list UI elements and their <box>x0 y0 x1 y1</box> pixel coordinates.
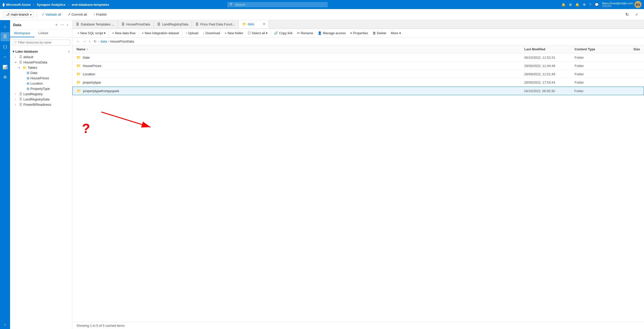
new-integration-icon: + <box>142 31 144 35</box>
sidebar-integrate[interactable]: ↔ <box>1 52 10 61</box>
new-data-flow-button[interactable]: + New data flow <box>110 30 137 36</box>
upload-button[interactable]: ↑ Upload <box>183 30 200 36</box>
validate-all-button[interactable]: ✓ Validate all <box>39 12 64 17</box>
tree-node-landregistrydata[interactable]: › 🗄 LandRegistryData <box>10 97 72 102</box>
file-toolbar: + New SQL script ▾ + New data flow + New… <box>72 29 644 38</box>
node-label-housepricedata: HousePriceData <box>23 60 47 64</box>
commit-all-button[interactable]: ↗ Commit all <box>65 12 89 17</box>
file-type-propertytypefrompyspark: Folder <box>574 89 615 93</box>
tree-node-date[interactable]: › ⊞ Date <box>10 70 72 76</box>
file-row-date[interactable]: 📁 Date 06/10/2022, 11:52:31 Folder <box>72 53 644 62</box>
help-icon[interactable]: ? <box>589 3 591 7</box>
tab-landregistrydata-label: LandRegistryData <box>162 22 188 26</box>
user-profile[interactable]: Barry.Smart@endjin.com ENDJIN BS <box>602 1 641 8</box>
file-row-location[interactable]: 📁 Location 28/09/2022, 11:51:49 Folder <box>72 70 644 78</box>
tree-node-propertytype[interactable]: › ⊞ PropertyType <box>10 86 72 91</box>
settings-icon[interactable]: ⚙ <box>583 3 586 7</box>
sidebar-data[interactable]: 🗄 <box>1 32 10 41</box>
publish-button[interactable]: ↑ Publish <box>91 12 109 17</box>
tree-node-powerbireadiness[interactable]: › 🗄 PowerBIReadiness <box>10 102 72 107</box>
app-name: Synapse Analytics <box>37 3 65 7</box>
content-tabs: 🗄 Database Templates ... 🗄 HousePriceDat… <box>72 20 644 29</box>
collapse-button[interactable]: ⤢ <box>633 12 640 17</box>
refresh-path-button[interactable]: ↻ <box>93 39 98 44</box>
file-row-houseprices[interactable]: 📁 HousePrices 28/09/2022, 11:44:48 Folde… <box>72 62 644 70</box>
tree-node-houseprices[interactable]: › ⊞ HousePrices <box>10 76 72 81</box>
col-header-name[interactable]: Name ↑ <box>76 47 524 51</box>
notification-icon[interactable]: 🔔 <box>561 3 566 7</box>
copy-link-button[interactable]: 🔗 Copy link <box>272 30 294 36</box>
file-list-header: Name ↑ Last Modified Content Type Size <box>72 45 644 53</box>
file-row-propertytype[interactable]: 📁 propertytype 28/09/2022, 17:54:44 Fold… <box>72 78 644 87</box>
chevron-housepricedata: ▾ <box>15 61 19 64</box>
tab-data[interactable]: 📁 data ✕ <box>239 20 269 28</box>
feedback-icon[interactable]: 💬 <box>595 3 599 7</box>
manage-access-button[interactable]: 👤 Manage access <box>316 30 348 36</box>
col-header-modified[interactable]: Last Modified <box>524 47 575 51</box>
download-button[interactable]: ↓ Download <box>201 30 222 36</box>
tree-node-location[interactable]: › ⊞ Location <box>10 81 72 86</box>
left-panel-header: Data + ⋯ ‹ <box>10 20 72 29</box>
new-folder-button[interactable]: + New folder <box>223 30 245 36</box>
tab-data-close[interactable]: ✕ <box>263 22 265 26</box>
tab-pricepaid[interactable]: 🗄 Price Paid Data Funct... <box>192 20 238 28</box>
sidebar-expand[interactable]: › <box>1 320 10 329</box>
user-avatar[interactable]: BS <box>634 1 641 8</box>
sidebar-home[interactable]: ⌂ <box>1 22 10 31</box>
select-all-icon: ☐ <box>248 31 251 35</box>
refresh-button[interactable]: ↻ <box>623 11 631 18</box>
folder-icon-date: 📁 <box>76 55 81 59</box>
alert-icon[interactable]: 🔔 <box>575 3 579 7</box>
delete-button[interactable]: 🗑 Delete <box>371 30 388 36</box>
app-switcher-icon[interactable]: ⊞ <box>569 3 572 7</box>
search-input[interactable] <box>235 3 325 7</box>
global-search[interactable]: 🔍 <box>227 2 328 7</box>
branch-label: main branch <box>11 13 29 16</box>
copy-link-icon: 🔗 <box>274 31 278 35</box>
file-name-location: Location <box>83 72 524 76</box>
tab-landregistrydata[interactable]: 🗄 LandRegistryData <box>154 20 192 28</box>
sep2: › <box>68 3 69 7</box>
tab-housepricedata[interactable]: 🗄 HousePriceData <box>118 20 154 28</box>
manage-access-label: Manage access <box>323 31 346 35</box>
copy-link-label: Copy link <box>279 31 292 35</box>
new-sql-button[interactable]: + New SQL script ▾ <box>75 30 108 36</box>
panel-tabs: Workspace Linked <box>10 29 72 38</box>
select-all-button[interactable]: ☐ Select all ▾ <box>246 30 270 36</box>
new-data-flow-label: New data flow <box>115 31 136 35</box>
path-sep-2: › <box>108 40 109 43</box>
new-integration-button[interactable]: + New integration dataset <box>140 30 181 36</box>
tree-node-default[interactable]: › 🗄 default <box>10 54 72 60</box>
tab-workspace[interactable]: Workspace <box>10 29 34 37</box>
sidebar-manage[interactable]: ⚙ <box>1 72 10 82</box>
properties-button[interactable]: ≡ Properties <box>348 30 370 36</box>
file-row-propertytypefrompyspark[interactable]: 📁 propertytypefrompyspark 18/10/2022, 09… <box>72 87 644 95</box>
tab-db-templates[interactable]: 🗄 Database Templates ... <box>72 20 118 28</box>
filter-input[interactable] <box>18 41 68 44</box>
tree-node-tables[interactable]: ▾ 📁 Tables <box>10 65 72 70</box>
panel-collapse-button[interactable]: ‹ <box>66 22 69 27</box>
path-root[interactable]: data <box>101 40 107 43</box>
tree-node-landregistry[interactable]: › 🗄 LandRegistry <box>10 91 72 97</box>
back-button[interactable]: ← <box>75 39 81 44</box>
tab-linked[interactable]: Linked <box>34 29 52 37</box>
more-button[interactable]: More ▾ <box>389 30 403 36</box>
select-all-label: Select all <box>252 31 265 35</box>
panel-filter-button[interactable]: ⋯ <box>59 22 65 27</box>
tree-section-header[interactable]: ▾ Lake database 5 <box>10 49 72 54</box>
add-resource-button[interactable]: + <box>54 22 58 27</box>
branch-button[interactable]: ⎇ main branch <box>4 12 34 17</box>
icon-sidebar: ⌂ 🗄 { } ↔ 📊 ⚙ › <box>0 20 10 329</box>
file-type-date: Folder <box>575 56 615 59</box>
forward-button[interactable]: → <box>82 39 87 44</box>
rename-button[interactable]: ✏ Rename <box>295 30 315 36</box>
up-button[interactable]: ↑ <box>88 39 92 44</box>
sidebar-monitor[interactable]: 📊 <box>1 62 10 71</box>
new-integration-label: New integration dataset <box>145 31 179 35</box>
branch-dropdown-icon <box>30 13 32 16</box>
sidebar-develop[interactable]: { } <box>1 42 10 51</box>
validate-icon: ✓ <box>42 13 45 16</box>
node-label-powerbireadiness: PowerBIReadiness <box>23 103 51 106</box>
tree-node-housepricedata[interactable]: ▾ 🗄 HousePriceData <box>10 60 72 65</box>
filter-box: ▽ <box>12 40 70 46</box>
